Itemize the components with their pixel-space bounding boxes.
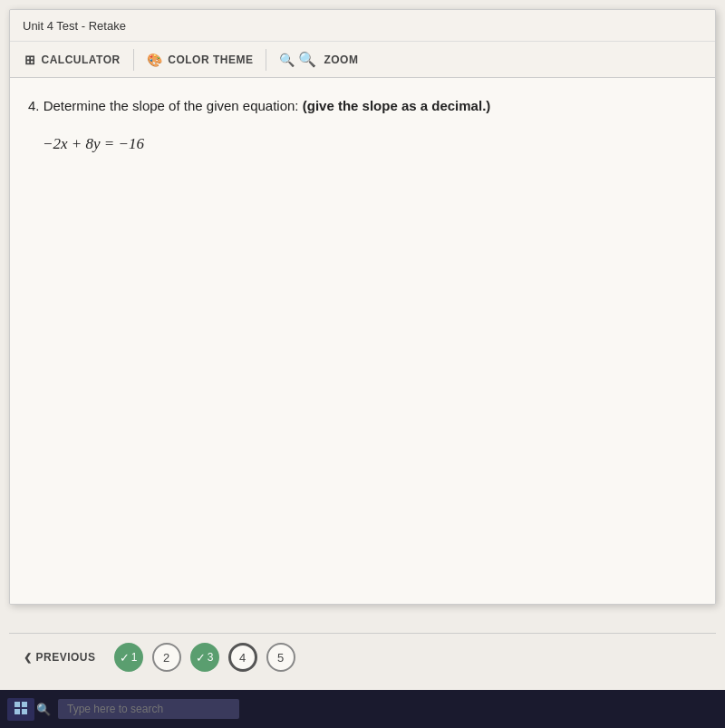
- taskbar: 🔍: [0, 690, 725, 728]
- zoom-label: ZOOM: [324, 53, 358, 66]
- windows-icon: [14, 702, 27, 714]
- question-number: 4.: [28, 98, 40, 113]
- question-text: 4. Determine the slope of the given equa…: [28, 96, 697, 117]
- svg-rect-2: [14, 709, 20, 714]
- svg-rect-3: [22, 709, 27, 714]
- color-theme-icon: 🎨: [147, 53, 163, 67]
- zoom-out-icon[interactable]: 🔍: [279, 53, 295, 67]
- toolbar: ⊞ CALCULATOR 🎨 COLOR THEME 🔍 🔍 ZOOM: [10, 42, 715, 78]
- equation-text: −2x + 8y = −16: [43, 135, 144, 152]
- start-button[interactable]: [7, 698, 34, 721]
- question-description: Determine the slope of the given equatio…: [44, 98, 303, 113]
- equation-display: −2x + 8y = −16: [43, 135, 697, 153]
- calculator-button[interactable]: ⊞ CALCULATOR: [19, 49, 134, 71]
- zoom-group: 🔍 🔍 ZOOM: [266, 47, 371, 72]
- calculator-label: CALCULATOR: [42, 53, 121, 66]
- svg-rect-0: [14, 702, 20, 707]
- page-title: Unit 4 Test - Retake: [23, 19, 126, 33]
- content-area: 4. Determine the slope of the given equa…: [10, 78, 715, 604]
- taskbar-search-input[interactable]: [58, 699, 239, 719]
- calculator-icon: ⊞: [24, 53, 36, 67]
- question-instruction: (give the slope as a decimal.): [303, 98, 491, 113]
- svg-rect-1: [22, 702, 27, 707]
- color-theme-label: COLOR THEME: [168, 53, 253, 66]
- taskbar-search-icon: 🔍: [36, 703, 51, 716]
- zoom-in-icon[interactable]: 🔍: [298, 51, 316, 68]
- color-theme-button[interactable]: 🎨 COLOR THEME: [134, 49, 267, 71]
- title-bar: Unit 4 Test - Retake: [10, 10, 715, 42]
